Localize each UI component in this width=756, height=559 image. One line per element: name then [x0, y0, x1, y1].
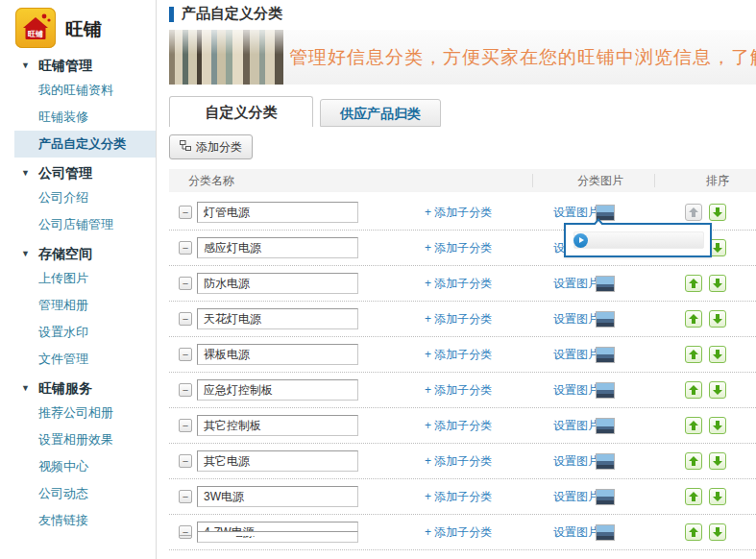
move-down-button[interactable] [709, 417, 726, 434]
category-name-input[interactable] [197, 273, 358, 294]
move-down-button[interactable] [709, 488, 726, 505]
add-subcategory-link[interactable]: + 添加子分类 [425, 195, 492, 231]
sidebar-section-header[interactable]: ▼ 公司管理 [0, 161, 156, 184]
chevron-down-icon: ▼ [21, 242, 30, 265]
sidebar-section-items: 我的旺铺资料 旺铺装修 产品自定义分类 [0, 77, 156, 158]
chevron-down-icon: ▼ [21, 377, 30, 400]
collapse-icon[interactable]: − [179, 206, 192, 219]
move-down-button[interactable] [709, 204, 726, 221]
set-image-link[interactable]: 设置图片 [553, 337, 599, 373]
move-up-button[interactable] [685, 204, 702, 221]
sidebar-item-0[interactable]: 推荐公司相册 [0, 400, 156, 426]
collapse-icon[interactable]: − [179, 277, 192, 290]
move-up-button[interactable] [685, 417, 702, 434]
add-subcategory-link[interactable]: + 添加子分类 [425, 231, 492, 266]
sidebar-section-title: 旺铺管理 [38, 54, 92, 77]
collapse-icon[interactable]: − [179, 490, 192, 503]
image-thumbnail-icon[interactable] [596, 311, 615, 328]
add-subcategory-link[interactable]: + 添加子分类 [425, 373, 492, 408]
image-thumbnail-icon[interactable] [596, 489, 615, 505]
set-image-link[interactable]: 设置图片 [553, 408, 599, 444]
sidebar-section-header[interactable]: ▼ 旺铺服务 [0, 377, 156, 400]
add-subcategory-link[interactable]: + 添加子分类 [425, 408, 492, 444]
sidebar-item-2[interactable]: 设置水印 [0, 319, 156, 346]
image-thumbnail-icon[interactable] [596, 418, 615, 434]
add-subcategory-link[interactable]: + 添加子分类 [425, 444, 492, 479]
set-image-link[interactable]: 设置图片 [553, 302, 599, 337]
sidebar-section-header[interactable]: ▼ 存储空间 [0, 242, 156, 265]
sidebar-item-2[interactable]: 产品自定义分类 [14, 131, 156, 158]
sidebar-item-0[interactable]: 公司介绍 [0, 184, 156, 211]
category-name-input[interactable] [197, 531, 358, 536]
set-image-link[interactable]: 设置图片 [553, 266, 599, 302]
add-subcategory-link[interactable]: + 添加子分类 [425, 479, 492, 515]
collapse-icon[interactable]: − [179, 454, 192, 468]
add-subcategory-link[interactable]: + 添加子分类 [425, 337, 492, 373]
table-row: − + 添加子分类 设置图片 [169, 444, 756, 479]
category-name-input[interactable] [197, 379, 358, 401]
sidebar-item-0[interactable]: 我的旺铺资料 [0, 77, 156, 104]
category-name-input[interactable] [197, 486, 358, 507]
sidebar-item-4[interactable]: 友情链接 [0, 507, 156, 534]
add-category-button[interactable]: 添加分类 [169, 134, 253, 159]
promo-banner: 管理好信息分类，方便买家在您的旺铺中浏览信息，了解您的 [169, 30, 756, 85]
set-image-link[interactable]: 设置图片 [553, 444, 599, 479]
move-up-button[interactable] [685, 310, 702, 328]
image-thumbnail-icon[interactable] [596, 382, 615, 399]
sidebar-section: ▼ 旺铺服务 推荐公司相册 设置相册效果 视频中心 公司动态 友情链接 [0, 377, 156, 534]
logo-row: 旺铺 旺铺 [0, 0, 156, 50]
move-down-button[interactable] [709, 381, 726, 399]
move-down-button[interactable] [709, 310, 726, 328]
move-up-button[interactable] [685, 488, 702, 505]
svg-text:旺铺: 旺铺 [28, 30, 43, 38]
image-thumbnail-icon[interactable] [596, 453, 615, 470]
move-down-button[interactable] [709, 275, 726, 292]
sidebar-item-1[interactable]: 旺铺装修 [0, 104, 156, 131]
category-name-input[interactable] [197, 202, 358, 223]
category-name-input[interactable] [197, 450, 358, 472]
collapse-icon[interactable]: − [179, 348, 192, 361]
category-name-input[interactable] [197, 415, 358, 436]
sidebar-section-header[interactable]: ▼ 旺铺管理 [0, 54, 156, 77]
image-thumbnail-icon[interactable] [596, 347, 615, 363]
sidebar-item-2[interactable]: 视频中心 [0, 453, 156, 480]
category-name-input[interactable] [197, 344, 358, 365]
image-thumbnail-icon[interactable] [596, 276, 615, 292]
col-header-image: 分类图片 [548, 169, 653, 192]
collapse-icon[interactable]: − [179, 241, 192, 255]
move-down-button[interactable] [709, 452, 726, 470]
set-image-link[interactable]: 设置图片 [553, 479, 599, 515]
move-up-button[interactable] [685, 452, 702, 470]
add-subcategory-link[interactable]: + 添加子分类 [425, 266, 492, 302]
collapse-icon[interactable] [179, 535, 192, 536]
move-up-button[interactable] [685, 346, 702, 363]
add-category-label: 添加分类 [196, 139, 242, 156]
set-image-link[interactable]: 设置图片 [553, 373, 599, 408]
collapse-icon[interactable]: − [179, 383, 192, 397]
category-name-input[interactable] [197, 237, 358, 258]
sidebar-item-3[interactable]: 文件管理 [0, 346, 156, 373]
move-up-button[interactable] [685, 381, 702, 399]
sidebar-item-1[interactable]: 公司店铺管理 [0, 211, 156, 238]
play-icon[interactable] [573, 233, 588, 248]
add-subcategory-link[interactable]: + 添加子分类 [425, 302, 492, 337]
sidebar-item-1[interactable]: 管理相册 [0, 292, 156, 319]
tab-custom-category[interactable]: 自定义分类 [169, 96, 313, 127]
sidebar-item-1[interactable]: 设置相册效果 [0, 426, 156, 453]
category-table: 分类名称 分类图片 排序 − + 添加子分类 设置图片 − + 添加子分类 设置… [169, 169, 756, 559]
header-divider [532, 174, 533, 187]
sidebar: 旺铺 旺铺 ▼ 旺铺管理 我的旺铺资料 旺铺装修 产品自定义分类 ▼ 公司管理 … [0, 0, 157, 559]
tab-supply-product-category[interactable]: 供应产品归类 [320, 99, 441, 127]
wangpu-admin-app: 旺铺 旺铺 ▼ 旺铺管理 我的旺铺资料 旺铺装修 产品自定义分类 ▼ 公司管理 … [0, 0, 756, 559]
sidebar-section-items: 公司介绍 公司店铺管理 [0, 184, 156, 238]
move-up-button[interactable] [685, 275, 702, 292]
collapse-icon[interactable]: − [179, 312, 192, 326]
move-down-button[interactable] [709, 346, 726, 363]
table-header: 分类名称 分类图片 排序 [169, 169, 756, 192]
sidebar-item-0[interactable]: 上传图片 [0, 265, 156, 292]
collapse-icon[interactable]: − [179, 419, 192, 432]
sidebar-item-3[interactable]: 公司动态 [0, 480, 156, 507]
category-name-input[interactable] [197, 308, 358, 329]
chevron-down-icon: ▼ [21, 54, 30, 77]
chevron-down-icon: ▼ [21, 161, 30, 184]
